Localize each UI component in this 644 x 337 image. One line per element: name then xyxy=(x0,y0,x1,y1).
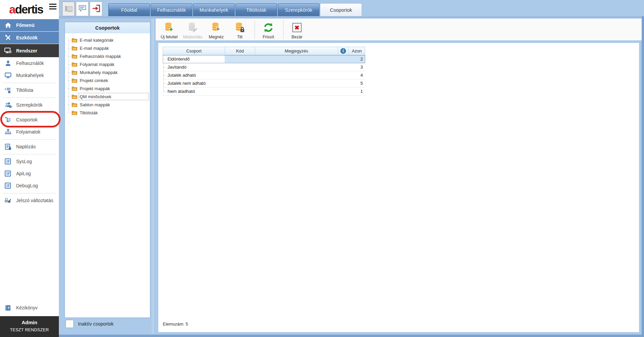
tab-csoportok[interactable]: Csoportok xyxy=(320,3,362,16)
sidebar-item-rendszer[interactable]: Rendszer xyxy=(0,44,59,57)
cell-kod xyxy=(225,87,255,95)
tab-munkahelyek[interactable]: Munkahelyek xyxy=(193,3,235,16)
tab-felhasznalok[interactable]: Felhasználók xyxy=(151,3,192,16)
cell-azon: 4 xyxy=(348,71,365,79)
tree-item-sablon-mappak[interactable]: Sablon mappák xyxy=(67,101,149,109)
sidebar-item-label: Szerepkörök xyxy=(16,102,43,108)
groups-toolbar: Új felvitel Módosítás Megnéz Tilt Friss xyxy=(156,18,642,40)
tree-connector xyxy=(68,105,71,105)
tree-connector xyxy=(68,40,71,40)
tree-item-label: Sablon mappák xyxy=(80,102,110,107)
sidebar-item-eszkozok[interactable]: Eszközök xyxy=(0,32,59,44)
column-header-megjegyzes[interactable]: Megjegyzés xyxy=(255,47,338,55)
tree-connector xyxy=(68,72,71,73)
panel-splitter[interactable] xyxy=(152,18,152,334)
tree-item-label: Munkahely mappák xyxy=(80,70,118,75)
tree-item-projekt-cimkek[interactable]: Projekt cimkék xyxy=(67,76,149,84)
database-edit-icon xyxy=(187,22,198,34)
sidebar-item-label: Főmenü xyxy=(16,23,34,28)
sidebar-item-debuglog[interactable]: DebugLog xyxy=(0,180,59,192)
tree-item-qm-minositesek[interactable]: QM minősítések xyxy=(67,92,149,101)
cell-azon: 3 xyxy=(348,63,365,71)
tab-fooldal[interactable]: Főoldal xyxy=(108,3,150,16)
inactive-groups-filter: Inaktív csoportok xyxy=(66,320,114,328)
logo-rest: dertis xyxy=(15,3,43,16)
cell-csoport: Eldöntendő xyxy=(163,55,225,63)
sidebar-divider xyxy=(0,153,59,155)
groups-grid: Csoport Kód Megjegyzés i Azon Eldöntendő… xyxy=(163,47,365,96)
tree-item-felhasznaloi-mappak[interactable]: Felhasználói mappák xyxy=(67,52,149,60)
sidebar-item-label: SysLog xyxy=(16,159,32,164)
sidebar-item-munkahelyek[interactable]: Munkahelyek xyxy=(0,69,59,81)
sidebar-item-szerepkorok[interactable]: Szerepkörök xyxy=(0,99,59,111)
sidebar-item-kezikonyv[interactable]: ? Kézikönyv xyxy=(0,302,59,314)
sidebar-item-apilog[interactable]: ApiLog xyxy=(0,167,59,180)
table-row[interactable]: Nem átadható 1 xyxy=(163,87,365,96)
column-header-azon[interactable]: Azon xyxy=(349,47,365,55)
tab-strip-shadow xyxy=(59,16,644,18)
tree-item-label: Felhasználói mappák xyxy=(80,54,121,59)
inactive-groups-checkbox[interactable] xyxy=(66,320,74,328)
sidebar-divider xyxy=(0,192,59,194)
sidebar-item-label: Munkahelyek xyxy=(16,73,44,78)
tree-item-projekt-mappak[interactable]: Projekt mappák xyxy=(67,84,149,92)
table-row[interactable]: Javítandó 3 xyxy=(163,63,365,71)
cell-azon: 5 xyxy=(348,79,365,87)
blocklist-icon xyxy=(4,87,12,93)
cell-megjegyzes xyxy=(255,55,338,63)
column-header-csoport[interactable]: Csoport xyxy=(163,47,225,55)
sidebar-item-tiltolista[interactable]: Tiltólista xyxy=(0,84,59,96)
tree-item-label: Tiltólisták xyxy=(80,110,98,115)
cell-megjegyzes xyxy=(255,87,338,95)
password-lock-key-icon xyxy=(4,197,12,203)
tree-item-email-kategoriak[interactable]: E-mail kategóriák xyxy=(67,36,149,44)
tree-item-folyamat-mappak[interactable]: Folyamat mappák xyxy=(67,60,149,68)
info-icon: i xyxy=(340,48,346,54)
tree-item-label: Projekt cimkék xyxy=(80,78,108,83)
tree-connector xyxy=(68,88,71,89)
tab-tiltolistak[interactable]: Tiltólisták xyxy=(235,3,277,16)
tree-item-label: Folyamat mappák xyxy=(80,62,114,67)
sidebar-item-folyamatok[interactable]: Folyamatok xyxy=(0,126,59,138)
sidebar-item-felhasznalok[interactable]: Felhasználók xyxy=(0,57,59,69)
cell-kod xyxy=(225,71,255,79)
new-record-button[interactable]: Új felvitel xyxy=(158,20,180,40)
column-header-info[interactable]: i xyxy=(338,47,349,55)
sidebar-item-jelszo-valtoztatas[interactable]: Jelszó változtatás xyxy=(0,194,59,207)
messages-button[interactable] xyxy=(76,2,88,16)
sidebar-divider xyxy=(0,138,59,141)
close-button[interactable]: Bezár xyxy=(286,20,308,40)
column-header-kod[interactable]: Kód xyxy=(225,47,255,55)
refresh-button[interactable]: Frissít xyxy=(257,20,279,40)
hamburger-menu-icon[interactable] xyxy=(49,4,56,11)
user-icon xyxy=(4,60,12,66)
tab-szerepkorok[interactable]: Szerepkörök xyxy=(278,3,319,16)
sidebar-item-csoportok[interactable]: Csoportok xyxy=(0,114,59,126)
cell-kod xyxy=(225,79,255,87)
database-view-icon xyxy=(211,22,222,34)
view-button[interactable]: Megnéz xyxy=(205,20,227,40)
sidebar-item-fomenu[interactable]: Főmenü xyxy=(0,19,59,31)
sidebar-item-label: Naplózás xyxy=(16,144,36,149)
tree-connector xyxy=(68,113,71,113)
manual-book-icon: ? xyxy=(4,305,12,311)
table-row[interactable]: Eldöntendő 2 xyxy=(163,55,365,63)
cell-csoport: Jutalék adható xyxy=(163,71,225,79)
logout-button[interactable] xyxy=(90,2,102,16)
ban-button[interactable]: Tilt xyxy=(229,20,251,40)
tree-item-email-mappak[interactable]: E-mail mappák xyxy=(67,44,149,52)
sidebar-item-label: Felhasználók xyxy=(16,61,44,66)
tree-item-tiltolistak[interactable]: Tiltólisták xyxy=(67,109,149,117)
app-window: Főoldal Felhasználók Munkahelyek Tiltóli… xyxy=(0,0,644,337)
modify-button[interactable]: Módosítás xyxy=(182,20,204,40)
table-row[interactable]: Jutalék adható 4 xyxy=(163,71,365,79)
table-row[interactable]: Jutalék nem adható 5 xyxy=(163,79,365,87)
fax-button[interactable] xyxy=(62,2,75,16)
tree-item-munkahely-mappak[interactable]: Munkahely mappák xyxy=(67,68,149,76)
sidebar-item-naplozas[interactable]: Naplózás xyxy=(0,141,59,153)
cell-csoport: Jutalék nem adható xyxy=(163,79,225,87)
svg-text:?: ? xyxy=(7,306,9,310)
toolbar-button-label: Megnéz xyxy=(209,35,224,40)
groups-tree-icon xyxy=(4,117,12,123)
sidebar-item-syslog[interactable]: SysLog xyxy=(0,155,59,167)
